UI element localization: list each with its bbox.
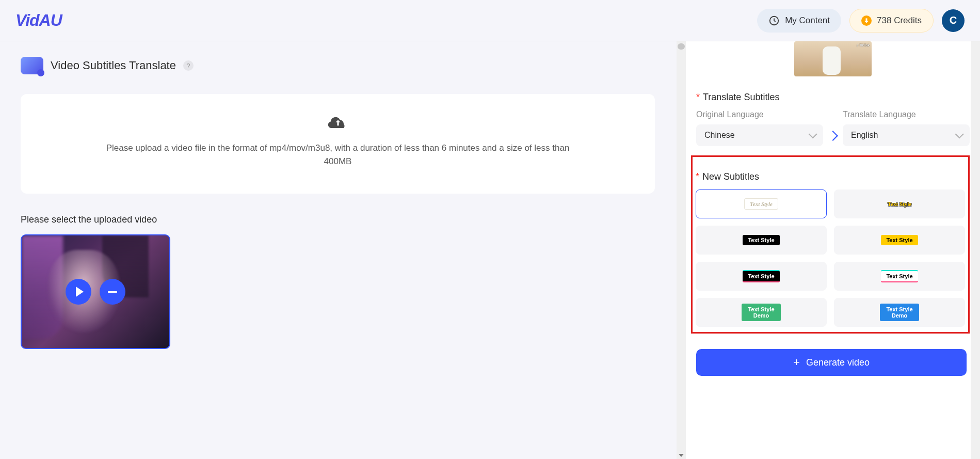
clock-icon (768, 15, 780, 26)
plus-icon: + (793, 356, 800, 369)
header-right: My Content 738 Credits C (757, 9, 965, 33)
translate-section-title: * Translate Subtitles (696, 92, 970, 103)
credits-icon (861, 15, 872, 26)
original-language-label: Original Language (696, 110, 823, 119)
original-language-select[interactable]: Chinese (696, 124, 823, 146)
subtitle-style-option[interactable]: Text StyleDemo (834, 298, 965, 327)
play-icon (76, 287, 84, 297)
translate-language-col: Translate Language English (843, 110, 970, 146)
subtitle-style-option[interactable]: Text Style (834, 189, 965, 218)
upload-dropzone[interactable]: Please upload a video file in the format… (21, 94, 655, 194)
my-content-button[interactable]: My Content (757, 9, 841, 33)
page-title-row: Video Subtitles Translate ? (21, 57, 665, 74)
subtitle-style-option[interactable]: Text Style (834, 262, 965, 291)
subtitle-style-option[interactable]: Text Style (696, 226, 827, 255)
help-icon[interactable]: ? (183, 60, 194, 71)
required-marker: * (696, 92, 700, 103)
arrow-right-icon (828, 131, 838, 141)
chevron-down-icon (809, 130, 817, 138)
minus-icon (108, 291, 117, 293)
logo[interactable]: VidAU (15, 11, 62, 30)
required-marker: * (696, 171, 699, 182)
right-panel: ♪ TikTok * Translate Subtitles Original … (686, 41, 980, 459)
main: Video Subtitles Translate ? Please uploa… (0, 41, 980, 459)
video-thumbnail[interactable] (21, 234, 170, 349)
scrollbar-thumb[interactable] (678, 43, 685, 50)
chevron-down-icon (955, 130, 964, 138)
original-language-col: Original Language Chinese (696, 110, 823, 146)
select-video-label: Please select the uploaded video (21, 214, 665, 225)
remove-button[interactable] (100, 279, 125, 305)
page-title: Video Subtitles Translate (51, 59, 176, 72)
cloud-upload-icon (328, 115, 348, 130)
subtitle-style-option[interactable]: Text Style (696, 262, 827, 291)
video-translate-icon (21, 57, 43, 74)
thumbnail-controls (66, 279, 125, 305)
subtitle-style-option[interactable]: Text Style (834, 226, 965, 255)
upload-instructions: Please upload a video file in the format… (106, 141, 570, 168)
generate-video-button[interactable]: + Generate video (696, 349, 967, 376)
credits-button[interactable]: 738 Credits (849, 9, 934, 33)
subtitle-style-option[interactable]: Text StyleDemo (696, 298, 827, 327)
header: VidAU My Content 738 Credits C (0, 0, 980, 41)
subtitle-styles-grid: Text Style Text Style Text Style Text St… (696, 189, 965, 327)
language-row: Original Language Chinese Translate Lang… (696, 110, 970, 146)
scroll-down-icon (679, 454, 684, 457)
video-preview[interactable]: ♪ TikTok (794, 41, 872, 76)
my-content-label: My Content (785, 15, 830, 26)
translate-language-select[interactable]: English (843, 124, 970, 146)
credits-label: 738 Credits (877, 15, 922, 26)
subtitles-section-title: * New Subtitles (696, 171, 965, 182)
new-subtitles-highlight-box: * New Subtitles Text Style Text Style Te… (691, 155, 970, 334)
left-panel: Video Subtitles Translate ? Please uploa… (0, 41, 686, 459)
left-scrollbar[interactable] (677, 41, 686, 459)
play-button[interactable] (66, 279, 91, 305)
right-scrollbar[interactable] (971, 41, 980, 459)
subtitle-style-option[interactable]: Text Style (696, 189, 827, 218)
translate-language-label: Translate Language (843, 110, 970, 119)
avatar[interactable]: C (942, 9, 965, 32)
